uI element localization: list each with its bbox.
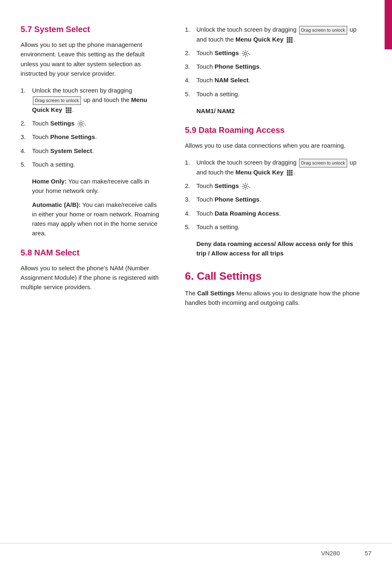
nam-select-label: NAM Select [214,77,249,84]
footer-divider [0,543,392,543]
sub-note-roaming: Deny data roaming access/ Allow access o… [196,239,364,258]
settings-label-59: Settings [214,182,239,189]
section-6-heading: 6. Call Settings [185,270,364,283]
svg-rect-23 [287,172,288,174]
step-num: 3. [21,132,32,142]
settings-label-58: Settings [214,49,239,56]
menu-quick-key-icon [65,107,72,114]
step-58-5: 5. Touch a setting. [185,89,364,99]
svg-point-19 [244,52,247,55]
settings-icon-58 [242,50,249,57]
step-num: 1. [21,86,32,95]
phone-settings-label: Phone Settings [50,133,95,140]
step-58-2-content: Touch Settings . [196,48,364,58]
section-6-intro: The Call Settings Menu allows you to des… [185,288,364,308]
svg-rect-16 [287,41,288,43]
svg-point-9 [80,123,82,125]
section-59-heading: 5.9 Data Roaming Access [185,125,364,135]
svg-point-29 [244,185,247,188]
step-59-3-content: Touch Phone Settings. [196,195,364,204]
sub-note-nam: NAM1/ NAM2 [196,106,364,116]
step-num: 5. [21,160,32,169]
svg-rect-27 [289,174,291,176]
svg-rect-6 [66,111,67,113]
section-57-heading: 5.7 System Select [21,25,160,34]
drag-unlock-tag-58: Drag screen to unlock [299,26,347,35]
svg-rect-8 [70,111,71,113]
deny-roaming-label: Deny data roaming access/ Allow access o… [196,240,353,257]
svg-rect-24 [289,172,291,174]
step-num: 5. [185,89,196,99]
step-num: 2. [185,181,196,190]
step-57-5: 5. Touch a setting. [21,160,160,169]
menu-quick-key-label-58: Menu Quick Key [235,36,284,43]
step-num: 4. [185,75,196,85]
menu-quick-key-label-59: Menu Quick Key [235,169,284,176]
step-num: 5. [185,222,196,232]
call-settings-bold: Call Settings [197,290,235,297]
footer-page-number: 57 [364,550,371,557]
svg-rect-3 [66,109,67,111]
automatic-label: Automatic (A/B): [32,201,81,208]
step-59-5-content: Touch a setting. [196,222,364,232]
svg-rect-1 [68,107,69,109]
system-select-label: System Select [50,147,92,154]
step-58-4-content: Touch NAM Select. [196,75,364,85]
step-58-3: 3. Touch Phone Settings. [185,62,364,71]
settings-label: Settings [50,120,74,127]
svg-rect-20 [287,170,288,172]
step-num: 4. [185,209,196,218]
svg-rect-25 [291,172,293,174]
step-59-4-content: Touch Data Roaming Access. [196,209,364,218]
phone-settings-label-59: Phone Settings [214,196,259,203]
svg-rect-21 [289,170,291,172]
step-59-1-content: Unlock the touch screen by dragging Drag… [196,158,364,177]
step-num: 2. [185,48,196,58]
svg-rect-4 [68,109,69,111]
svg-rect-26 [287,174,288,176]
step-59-3: 3. Touch Phone Settings. [185,195,364,204]
step-58-1: 1. Unlock the touch screen by dragging D… [185,25,364,44]
step-58-3-content: Touch Phone Settings. [196,62,364,71]
step-59-4: 4. Touch Data Roaming Access. [185,209,364,218]
svg-rect-2 [70,107,71,109]
step-57-2-content: Touch Settings . [32,118,160,128]
step-57-2: 2. Touch Settings . [21,118,160,128]
svg-rect-13 [287,39,288,41]
step-num: 2. [21,118,32,128]
section-58-steps: 1. Unlock the touch screen by dragging D… [185,25,364,99]
step-57-3: 3. Touch Phone Settings. [21,132,160,142]
right-column: 1. Unlock the touch screen by dragging D… [173,0,385,564]
section-tab [385,0,392,49]
settings-icon [77,120,85,128]
step-num: 3. [185,62,196,71]
menu-quick-key-icon-58 [286,36,293,44]
step-57-4-content: Touch System Select. [32,146,160,156]
svg-rect-11 [289,37,291,39]
svg-rect-0 [66,107,67,109]
svg-rect-17 [289,41,291,43]
step-59-5: 5. Touch a setting. [185,222,364,232]
svg-rect-22 [291,170,293,172]
section-57-steps: 1. Unlock the touch screen by dragging D… [21,86,160,169]
step-59-2: 2. Touch Settings . [185,181,364,190]
drag-unlock-tag: Drag screen to unlock [33,96,81,105]
step-num: 3. [185,195,196,204]
phone-settings-label-58: Phone Settings [214,63,259,70]
settings-icon-59 [242,183,249,190]
step-57-1: 1. Unlock the touch screen by dragging D… [21,86,160,114]
step-58-4: 4. Touch NAM Select. [185,75,364,85]
step-59-1: 1. Unlock the touch screen by dragging D… [185,158,364,177]
menu-quick-key-icon-59 [286,169,293,176]
step-57-3-content: Touch Phone Settings. [32,132,160,142]
sub-note-automatic: Automatic (A/B): You can make/receive ca… [32,200,160,238]
section-59-intro: Allows you to use data connections when … [185,141,364,150]
svg-rect-15 [291,39,293,41]
section-57-intro: Allows you to set up the phone managemen… [21,40,160,78]
svg-rect-12 [291,37,293,39]
svg-rect-10 [287,37,288,39]
section-58-intro: Allows you to select the phone's NAM (Nu… [21,263,160,292]
step-57-5-content: Touch a setting. [32,160,160,169]
data-roaming-access-label: Data Roaming Access [214,210,279,217]
page-container: 5.7 System Select Allows you to set up t… [0,0,392,564]
